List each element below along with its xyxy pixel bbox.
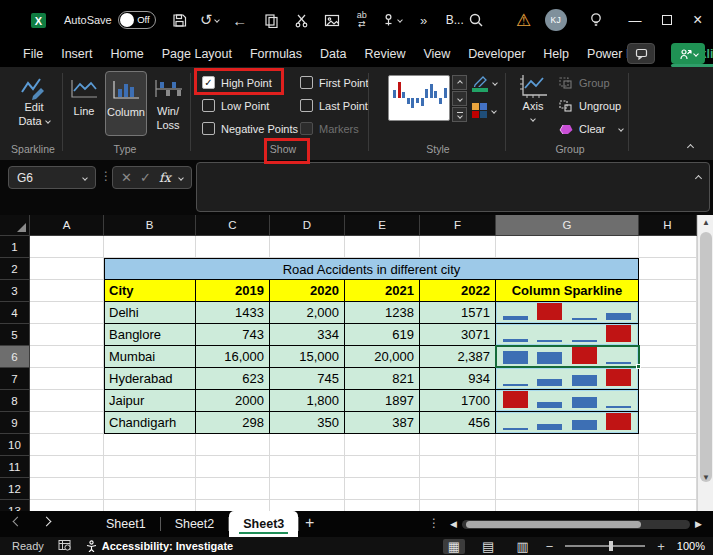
fx-chevron-icon[interactable]: [178, 175, 184, 181]
cell-A11[interactable]: [30, 456, 104, 478]
sparkline-cell-G7[interactable]: [496, 368, 639, 390]
row-header-9[interactable]: 9: [0, 412, 30, 434]
normal-view-button[interactable]: ▦: [443, 539, 465, 554]
cut-icon[interactable]: [290, 6, 314, 34]
cell-A7[interactable]: [30, 368, 104, 390]
autosave-toggle[interactable]: AutoSave Off: [64, 11, 156, 29]
cell-E4[interactable]: 1238: [345, 302, 420, 324]
page-layout-view-button[interactable]: ▤: [477, 539, 499, 554]
picture-icon[interactable]: [320, 6, 344, 34]
tab-page-layout[interactable]: Page Layout: [153, 43, 241, 65]
add-sheet-button[interactable]: +: [305, 514, 314, 532]
sheet-options-icon[interactable]: ⋮: [428, 516, 440, 530]
next-sheet-icon[interactable]: [42, 517, 52, 527]
insert-function-icon[interactable]: fx: [159, 170, 171, 185]
cell-D11[interactable]: [270, 456, 345, 478]
cell-H11[interactable]: [639, 456, 697, 478]
winloss-type-button[interactable]: Win/ Loss: [147, 71, 189, 136]
cell-E7[interactable]: 821: [345, 368, 420, 390]
cell-C7[interactable]: 623: [196, 368, 270, 390]
cell-A1[interactable]: [30, 236, 104, 258]
cancel-formula-icon[interactable]: ✕: [121, 170, 132, 185]
sheet-tab-sheet3[interactable]: Sheet3: [229, 511, 298, 537]
zoom-slider[interactable]: [565, 545, 645, 547]
cell-B11[interactable]: [104, 456, 196, 478]
cell-C6[interactable]: 16,000: [196, 346, 270, 368]
cell-E1[interactable]: [345, 236, 420, 258]
cell-B10[interactable]: [104, 434, 196, 456]
vertical-scrollbar[interactable]: ▲ ▼: [697, 215, 713, 511]
cell-E5[interactable]: 619: [345, 324, 420, 346]
cell-G11[interactable]: [496, 456, 639, 478]
cell-A12[interactable]: [30, 478, 104, 500]
cell-H4[interactable]: [639, 302, 697, 324]
row-header-12[interactable]: 12: [0, 478, 30, 500]
checkbox-low-point[interactable]: Low Point: [202, 99, 269, 112]
column-header-D[interactable]: D: [270, 215, 345, 236]
tab-formulas[interactable]: Formulas: [241, 43, 311, 65]
cell-G13[interactable]: [496, 500, 639, 511]
find-replace-icon[interactable]: ab⇄: [350, 6, 374, 34]
cell-B5[interactable]: Banglore: [104, 324, 196, 346]
cell-H12[interactable]: [639, 478, 697, 500]
cell-F8[interactable]: 1700: [420, 390, 496, 412]
cell-F7[interactable]: 934: [420, 368, 496, 390]
collapse-formula-bar-chevron[interactable]: [695, 175, 702, 182]
cell-E6[interactable]: 20,000: [345, 346, 420, 368]
cell-B9[interactable]: Chandigarh: [104, 412, 196, 434]
sheet-tab-sheet1[interactable]: Sheet1: [92, 511, 160, 537]
cell-C4[interactable]: 1433: [196, 302, 270, 324]
table-title-cell[interactable]: Road Accidents in different city: [104, 258, 639, 280]
name-box[interactable]: G6: [8, 166, 96, 189]
checkbox-negative-points[interactable]: Negative Points: [202, 122, 298, 135]
header-cell-2019[interactable]: 2019: [196, 280, 270, 302]
row-header-10[interactable]: 10: [0, 434, 30, 456]
cell-C12[interactable]: [196, 478, 270, 500]
cell-D4[interactable]: 2,000: [270, 302, 345, 324]
row-header-6[interactable]: 6: [0, 346, 30, 368]
cell-D5[interactable]: 334: [270, 324, 345, 346]
copy-icon[interactable]: [260, 6, 284, 34]
cell-H9[interactable]: [639, 412, 697, 434]
cell-D6[interactable]: 15,000: [270, 346, 345, 368]
minimize-button[interactable]: —: [626, 13, 644, 28]
cell-B6[interactable]: Mumbai: [104, 346, 196, 368]
marker-color-button[interactable]: [472, 103, 496, 118]
cell-F5[interactable]: 3071: [420, 324, 496, 346]
cell-D8[interactable]: 1,800: [270, 390, 345, 412]
tab-developer[interactable]: Developer: [459, 43, 534, 65]
scroll-right-icon[interactable]: ▶: [695, 519, 702, 529]
cell-E13[interactable]: [345, 500, 420, 511]
header-cell-city[interactable]: City: [104, 280, 196, 302]
line-type-button[interactable]: Line: [63, 71, 105, 136]
zoom-slider-thumb[interactable]: [609, 541, 613, 551]
cell-H5[interactable]: [639, 324, 697, 346]
cell-D12[interactable]: [270, 478, 345, 500]
cell-B12[interactable]: [104, 478, 196, 500]
row-header-5[interactable]: 5: [0, 324, 30, 346]
tab-file[interactable]: File: [14, 43, 52, 65]
column-header-E[interactable]: E: [345, 215, 420, 236]
cell-E10[interactable]: [345, 434, 420, 456]
save-icon[interactable]: [168, 6, 192, 34]
close-button[interactable]: ×: [689, 11, 707, 29]
row-header-7[interactable]: 7: [0, 368, 30, 390]
axis-button[interactable]: Axis: [514, 73, 552, 121]
scroll-left-icon[interactable]: ◀: [450, 519, 457, 529]
cell-A8[interactable]: [30, 390, 104, 412]
style-gallery-more-button[interactable]: [452, 107, 467, 122]
cell-F9[interactable]: 456: [420, 412, 496, 434]
warning-icon[interactable]: ⚠: [512, 6, 536, 34]
zoom-in-button[interactable]: +: [657, 539, 665, 554]
comments-button[interactable]: [627, 43, 655, 64]
tab-home[interactable]: Home: [101, 43, 152, 65]
checkbox-high-point[interactable]: ✓ High Point: [202, 76, 272, 89]
formula-bar-handle[interactable]: ⋮: [100, 169, 112, 183]
cell-H3[interactable]: [639, 280, 697, 302]
cell-B7[interactable]: Hyderabad: [104, 368, 196, 390]
cell-F6[interactable]: 2,387: [420, 346, 496, 368]
cell-E8[interactable]: 1897: [345, 390, 420, 412]
cell-A5[interactable]: [30, 324, 104, 346]
back-arrow-icon[interactable]: ←: [228, 6, 252, 34]
cell-B1[interactable]: [104, 236, 196, 258]
